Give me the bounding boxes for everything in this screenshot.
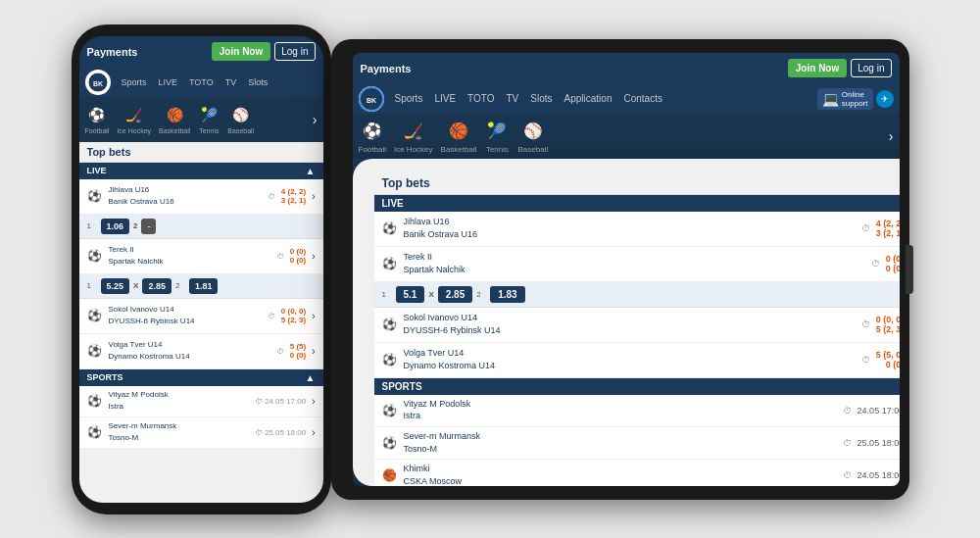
tablet-nav-sports[interactable]: Sports xyxy=(390,91,428,106)
phone-match-teams-4: Volga Tver U14 Dynamo Kostroma U14 xyxy=(109,340,270,362)
tablet-support-box[interactable]: 💻 Onlinesupport xyxy=(817,88,873,110)
phone-sports-label: SPORTS xyxy=(87,372,123,382)
phone-sport-tennis-label: Tennis xyxy=(199,127,219,134)
phone-sport-basketball[interactable]: 🏀 Basketball xyxy=(159,104,190,134)
phone-team1-4: Volga Tver U14 xyxy=(109,340,270,350)
tablet-join-button[interactable]: Join Now xyxy=(788,59,847,77)
tablet-sport-basketball[interactable]: 🏀 Basketball xyxy=(441,118,477,154)
tablet-device: Payments Join Now Log in BK Sports LIVE … xyxy=(331,39,909,500)
phone-sport-match-2: ⚽ Sever-m Murmansk Tosno-M ⏱ 25.05 18:00… xyxy=(79,417,323,449)
phone-sport-tennis[interactable]: 🎾 Tennis xyxy=(198,104,220,134)
phone-live-arrow: ▲ xyxy=(306,166,316,176)
phone-match-soccer-icon: ⚽ xyxy=(87,189,103,203)
phone-nav-live[interactable]: LIVE xyxy=(154,75,183,89)
phone-sports-arrow: ▲ xyxy=(306,372,316,383)
tablet-top-bets-title: Top bets xyxy=(374,172,900,195)
tablet-match-teams-3: Sokol Ivanovo U14 DYUSSH-6 Rybinsk U14 xyxy=(404,313,856,336)
phone-join-button[interactable]: Join Now xyxy=(212,42,270,61)
basketball-icon: 🏀 xyxy=(164,104,185,125)
phone-match-arrow-3[interactable]: › xyxy=(312,311,315,321)
tablet-content: Top bets LIVE ▲ ⚽ Jihlava U16 Banik Ostr… xyxy=(353,159,900,486)
tablet-football-icon: ⚽ xyxy=(360,118,385,143)
tablet-match-info-2: ⏱ xyxy=(871,259,880,269)
tablet-sport-icehockey[interactable]: 🏒 Ice Hockey xyxy=(394,118,433,154)
tablet-sport-baseball[interactable]: ⚾ Baseball xyxy=(517,118,548,154)
tablet-live-header: LIVE ▲ xyxy=(374,195,900,212)
phone-odd-num-1: 1 xyxy=(87,221,97,230)
phone-odd-score-2: 0 (0)0 (0) xyxy=(290,247,306,265)
phone-sport-baseball[interactable]: ⚾ Baseball xyxy=(227,104,254,134)
tablet-login-button[interactable]: Log in xyxy=(851,59,891,77)
phone-sports-header: SPORTS ▲ xyxy=(79,369,323,386)
phone-match-arrow-2[interactable]: › xyxy=(312,251,315,262)
telegram-icon[interactable]: ✈ xyxy=(876,90,894,108)
phone-top-bets-title: Top bets xyxy=(79,142,323,163)
phone-header-buttons: Join Now Log in xyxy=(212,42,316,61)
phone-odd-btn-v1-2[interactable]: 5.25 xyxy=(101,278,130,294)
phone-team2-3: DYUSSH-6 Rybinsk U14 xyxy=(109,317,262,326)
phone-match-arrow-1[interactable]: › xyxy=(312,191,315,202)
baseball-icon: ⚾ xyxy=(230,104,252,125)
phone-odd-btn-v2-2[interactable]: 1.81 xyxy=(189,278,219,294)
phone-sport-match-icon-1: ⚽ xyxy=(87,394,103,408)
phone-odd-btn-1[interactable]: 1.06 xyxy=(101,219,130,234)
tablet-nav-toto[interactable]: TOTO xyxy=(463,91,499,106)
tablet-odd-score-4: 5 (5, 0)0 (0) xyxy=(876,350,900,369)
phone-sport-football[interactable]: ⚽ Football xyxy=(85,104,110,134)
tablet-match-soccer-icon-4: ⚽ xyxy=(382,353,398,367)
phone-odd-btn-x-2[interactable]: 2.85 xyxy=(142,278,172,294)
phone-match-teams-1: Jihlava U16 Banik Ostrava U16 xyxy=(109,185,262,207)
tablet-sport-match-1: ⚽ Vityaz M Podolsk Istra ⏱ 24.05 17:00 › xyxy=(374,395,900,427)
phone-sport-arrow-1[interactable]: › xyxy=(312,396,315,407)
phone-match-arrow-4[interactable]: › xyxy=(312,346,315,357)
tablet-tennis-icon: 🎾 xyxy=(484,118,510,143)
tablet-nav-live[interactable]: LIVE xyxy=(429,91,461,106)
tablet-sport-teams-1: Vityaz M Podolsk Istra xyxy=(404,399,837,422)
phone-nav-tv[interactable]: TV xyxy=(220,75,242,89)
tablet-odd-btn-v2[interactable]: 1.83 xyxy=(490,286,524,303)
phone-sport-teams-2: Sever-m Murmansk Tosno-M xyxy=(109,421,249,443)
phone-sport-info-2: ⏱ 25.05 18:00 xyxy=(255,428,306,437)
icehockey-icon: 🏒 xyxy=(123,104,145,125)
tablet-sports-bar-arrow[interactable]: › xyxy=(889,128,894,144)
tablet-sports-bar: ⚽ Football 🏒 Ice Hockey 🏀 Basketball 🎾 T… xyxy=(353,114,900,159)
tablet-nav-slots[interactable]: Slots xyxy=(525,91,557,106)
tablet-power-button[interactable] xyxy=(906,245,913,294)
tablet-match-teams-2: Terek II Spartak Nalchik xyxy=(404,252,865,275)
tablet-match-soccer-icon-1: ⚽ xyxy=(382,221,398,235)
phone-sport-team1-2: Sever-m Murmansk xyxy=(109,421,249,431)
tablet-nav-tv[interactable]: TV xyxy=(502,91,524,106)
tablet-sport-time-1: 24.05 17:00 xyxy=(858,406,900,416)
phone-nav-toto[interactable]: TOTO xyxy=(184,75,219,89)
phone-content: Top bets LIVE ▲ ⚽ Jihlava U16 Banik Ostr… xyxy=(79,142,323,503)
phone-match-row-2: ⚽ Terek II Spartak Nalchik ⏱ 0 (0)0 (0) … xyxy=(79,239,323,274)
phone-nav-slots[interactable]: Slots xyxy=(243,75,272,89)
tablet-sport-match-icon-1: ⚽ xyxy=(382,404,398,417)
phone-sport-arrow-2[interactable]: › xyxy=(312,427,315,438)
phone-odd-score-1: 4 (2, 2)3 (2, 1) xyxy=(281,187,306,205)
tablet-sport-match-3: 🏀 Khimki CSKA Moscow ⏱ 24.05 18:00 › xyxy=(374,460,900,485)
phone-match-soccer-icon-3: ⚽ xyxy=(87,309,103,322)
phone-nav-bar: BK Sports LIVE TOTO TV Slots xyxy=(79,68,323,97)
phone-odd-dash-1[interactable]: - xyxy=(141,219,156,234)
tennis-icon: 🎾 xyxy=(198,104,220,125)
tablet-nav-contacts[interactable]: Contacts xyxy=(618,91,666,106)
tablet-nav-application[interactable]: Application xyxy=(560,91,617,106)
phone-team2-1: Banik Ostrava U16 xyxy=(109,197,262,207)
tablet-match-row-3: ⚽ Sokol Ivanovo U14 DYUSSH-6 Rybinsk U14… xyxy=(374,308,900,343)
phone-sports-bar-arrow[interactable]: › xyxy=(313,112,318,127)
phone-odd-x-1: 2 xyxy=(133,221,137,230)
tablet-sport-teams-2: Sever-m Murmansk Tosno-M xyxy=(404,431,837,455)
phone-nav-sports[interactable]: Sports xyxy=(117,75,152,89)
tablet-odd-btn-v1[interactable]: 5.1 xyxy=(396,286,425,303)
tablet-live-label: LIVE xyxy=(382,198,404,209)
phone-login-button[interactable]: Log in xyxy=(274,42,315,61)
phone-sport-basketball-label: Basketball xyxy=(159,127,190,134)
tablet-sport-football[interactable]: ⚽ Football xyxy=(359,118,386,154)
phone-sport-icehockey[interactable]: 🏒 Ice Hockey xyxy=(117,104,151,134)
tablet-odd-btn-x[interactable]: 2.85 xyxy=(438,286,472,303)
tablet-sport-football-label: Football xyxy=(359,145,386,154)
tablet-sport-tennis[interactable]: 🎾 Tennis xyxy=(484,118,510,154)
tablet-odd-score-2: 0 (0)0 (0) xyxy=(886,254,900,273)
tablet-team2-2: Spartak Nalchik xyxy=(404,265,865,276)
